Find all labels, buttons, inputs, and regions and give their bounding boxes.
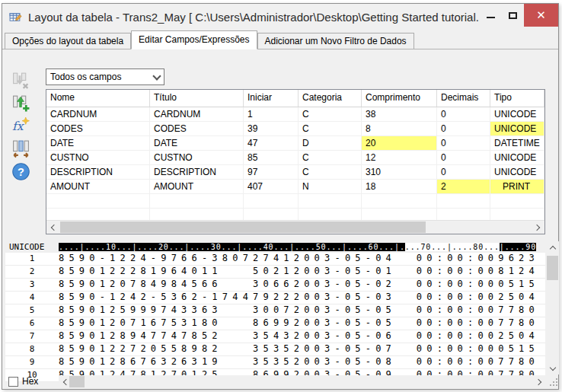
scroll-right-arrow[interactable] bbox=[532, 221, 544, 234]
cell-nome[interactable]: DATE bbox=[46, 136, 150, 151]
scroll-down-arrow[interactable] bbox=[546, 362, 559, 374]
row-text[interactable]: 8590120716753180 86992003-05-05 00:00:00… bbox=[59, 317, 545, 330]
tab-add-new-data-filter[interactable]: Adicionar um Novo Filtro de Dados bbox=[257, 33, 414, 49]
close-button[interactable]: ✕ bbox=[524, 4, 558, 27]
data-row[interactable]: 48590-1242-5362-174479222003-05-03 00:00… bbox=[5, 292, 545, 304]
data-row[interactable]: 38590120784984566 30662003-05-02 00:00:0… bbox=[5, 279, 545, 292]
data-row[interactable]: 28590122281964011 50212003-05-01 00:00:0… bbox=[5, 266, 545, 279]
cell-comprimento[interactable]: 38 bbox=[362, 107, 437, 122]
table-row-date[interactable]: DATE DATE 47 D 20 0 DATETIME bbox=[46, 136, 544, 151]
delete-field-button[interactable] bbox=[8, 70, 33, 91]
data-row[interactable]: 98590128676326319 35352003-05-08 00:00:0… bbox=[5, 356, 545, 369]
col-header-comprimento[interactable]: Comprimento bbox=[362, 90, 437, 107]
cell-nome[interactable]: CODES bbox=[46, 122, 150, 136]
row-text[interactable]: 8590125999743363 30072003-05-05 00:00:00… bbox=[59, 304, 545, 317]
cell-decimais[interactable]: 0 bbox=[437, 151, 490, 165]
table-row-codes[interactable]: CODES CODES 39 C 8 0 UNICODE bbox=[46, 122, 544, 136]
cell-categoria[interactable]: N bbox=[299, 180, 362, 194]
h-scrollbar-thumb[interactable] bbox=[69, 376, 85, 387]
row-text[interactable]: 8590122281964011 50212003-05-01 00:00:00… bbox=[59, 266, 545, 278]
cell-tipo[interactable]: DATETIME bbox=[490, 136, 544, 151]
col-header-titulo[interactable]: Título bbox=[150, 90, 244, 107]
col-header-categoria[interactable]: Categoria bbox=[299, 90, 362, 107]
col-header-decimais[interactable]: Decimais bbox=[437, 90, 490, 107]
table-row-cardnum[interactable]: CARDNUM CARDNUM 1 C 38 0 UNICODE bbox=[46, 107, 544, 122]
cell-nome[interactable]: DESCRIPTION bbox=[46, 165, 150, 180]
row-text[interactable]: 8590-1224-9766-380727412003-05-04 00:00:… bbox=[59, 253, 545, 265]
row-text[interactable]: 8590128676326319 35352003-05-08 00:00:00… bbox=[59, 356, 545, 368]
combo-dropdown-button[interactable] bbox=[150, 75, 164, 79]
cell-tipo[interactable]: UNICODE bbox=[490, 165, 544, 180]
data-view-v-scrollbar[interactable] bbox=[546, 241, 559, 374]
maximize-button[interactable] bbox=[502, 4, 524, 27]
data-row[interactable]: 68590120716753180 86992003-05-05 00:00:0… bbox=[5, 317, 545, 330]
data-row[interactable]: 88590122720558982 35352003-05-07 00:00:0… bbox=[5, 343, 545, 356]
cell-tipo[interactable]: UNICODE bbox=[490, 122, 544, 136]
edit-expression-button[interactable]: fx bbox=[8, 116, 33, 136]
h-scrollbar-thumb[interactable] bbox=[60, 221, 426, 233]
cell-titulo[interactable]: DATE bbox=[150, 136, 244, 151]
cell-categoria[interactable]: C bbox=[299, 107, 362, 122]
cell-categoria[interactable]: C bbox=[299, 122, 362, 136]
cell-comprimento[interactable]: 18 bbox=[362, 180, 437, 194]
row-text[interactable]: 8590-1242-5362-174479222003-05-03 00:00:… bbox=[59, 292, 545, 304]
cell-comprimento[interactable]: 20 bbox=[362, 136, 437, 151]
table-row-custno[interactable]: CUSTNO CUSTNO 85 C 12 0 UNICODE bbox=[46, 151, 544, 165]
cell-iniciar[interactable]: 39 bbox=[244, 122, 299, 136]
scroll-right-arrow[interactable] bbox=[533, 375, 545, 388]
tab-edit-fields-expressions[interactable]: Editar Campos/Expressões bbox=[131, 30, 257, 49]
resize-grip-icon[interactable] bbox=[550, 378, 559, 387]
minimize-button[interactable] bbox=[480, 4, 502, 27]
col-header-iniciar[interactable]: Iniciar bbox=[244, 90, 299, 107]
col-header-nome[interactable]: Nome bbox=[46, 90, 150, 107]
cell-titulo[interactable]: CUSTNO bbox=[150, 151, 244, 165]
cell-titulo[interactable]: CODES bbox=[150, 122, 244, 136]
cell-tipo[interactable]: PRINT bbox=[490, 180, 544, 194]
scroll-left-arrow[interactable] bbox=[46, 221, 59, 234]
field-filter-select[interactable]: Todos os campos bbox=[46, 69, 164, 85]
table-row-amount[interactable]: AMOUNT AMOUNT 407 N 18 2 PRINT bbox=[46, 180, 544, 194]
cell-decimais[interactable]: 0 bbox=[437, 165, 490, 180]
shift-field-button[interactable] bbox=[8, 139, 33, 159]
cell-iniciar[interactable]: 85 bbox=[244, 151, 299, 165]
scroll-up-arrow[interactable] bbox=[546, 241, 559, 253]
data-row[interactable]: 78590128947747852 35432003-05-06 00:00:0… bbox=[5, 330, 545, 343]
cell-iniciar[interactable]: 1 bbox=[244, 107, 299, 122]
add-field-button[interactable] bbox=[8, 93, 33, 113]
cell-tipo[interactable]: UNICODE bbox=[490, 107, 544, 122]
col-header-tipo[interactable]: Tipo bbox=[490, 90, 544, 107]
fields-table-header: Nome Título Iniciar Categoria Compriment… bbox=[46, 90, 544, 107]
cell-iniciar[interactable]: 47 bbox=[244, 136, 299, 151]
cell-decimais[interactable]: 0 bbox=[437, 107, 490, 122]
row-text[interactable]: 8590128947747852 35432003-05-06 00:00:00… bbox=[59, 330, 545, 343]
cell-comprimento[interactable]: 310 bbox=[362, 165, 437, 180]
cell-categoria[interactable]: C bbox=[299, 151, 362, 165]
row-text[interactable]: 8590120784984566 30662003-05-02 00:00:00… bbox=[59, 279, 545, 291]
data-row[interactable]: 58590125999743363 30072003-05-05 00:00:0… bbox=[5, 304, 545, 317]
data-row[interactable]: 18590-1224-9766-380727412003-05-04 00:00… bbox=[5, 253, 545, 266]
cell-comprimento[interactable]: 8 bbox=[362, 122, 437, 136]
cell-titulo[interactable]: AMOUNT bbox=[150, 180, 244, 194]
cell-titulo[interactable]: CARDNUM bbox=[150, 107, 244, 122]
cell-tipo[interactable]: UNICODE bbox=[490, 151, 544, 165]
cell-nome[interactable]: CARDNUM bbox=[46, 107, 150, 122]
cell-iniciar[interactable]: 97 bbox=[244, 165, 299, 180]
v-scrollbar-thumb[interactable] bbox=[547, 256, 558, 280]
cell-comprimento[interactable]: 12 bbox=[362, 151, 437, 165]
row-text[interactable]: 8590122720558982 35352003-05-07 00:00:00… bbox=[59, 343, 545, 355]
cell-categoria[interactable]: D bbox=[299, 136, 362, 151]
cell-decimais[interactable]: 0 bbox=[437, 136, 490, 151]
cell-categoria[interactable]: C bbox=[299, 165, 362, 180]
cell-titulo[interactable]: DESCRIPTION bbox=[150, 165, 244, 180]
cell-nome[interactable]: AMOUNT bbox=[46, 180, 150, 194]
help-button[interactable]: ? bbox=[8, 161, 33, 182]
cell-decimais[interactable]: 2 bbox=[437, 180, 490, 194]
hex-checkbox[interactable] bbox=[8, 377, 18, 387]
fields-table-h-scrollbar[interactable] bbox=[46, 220, 544, 234]
table-row-description[interactable]: DESCRIPTION DESCRIPTION 97 C 310 0 UNICO… bbox=[46, 165, 544, 180]
data-view-h-scrollbar[interactable] bbox=[59, 375, 545, 388]
cell-iniciar[interactable]: 407 bbox=[244, 180, 299, 194]
cell-decimais[interactable]: 0 bbox=[437, 122, 490, 136]
tab-table-layout-options[interactable]: Opções do layout da tabela bbox=[5, 33, 131, 49]
cell-nome[interactable]: CUSTNO bbox=[46, 151, 150, 165]
